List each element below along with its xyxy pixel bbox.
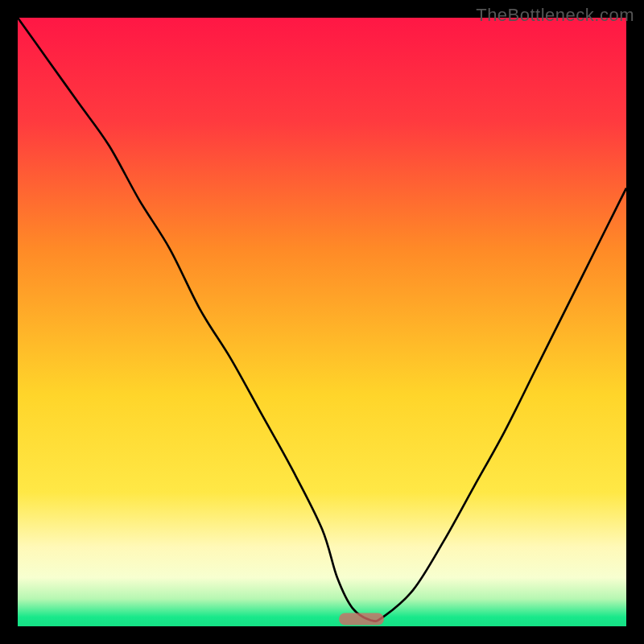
bottleneck-curve [18, 18, 626, 626]
optimal-marker [339, 613, 384, 625]
outer-frame: TheBottleneck.com [0, 0, 644, 644]
watermark-text: TheBottleneck.com [476, 5, 634, 26]
plot-area [18, 18, 626, 626]
curve-path [18, 18, 626, 621]
